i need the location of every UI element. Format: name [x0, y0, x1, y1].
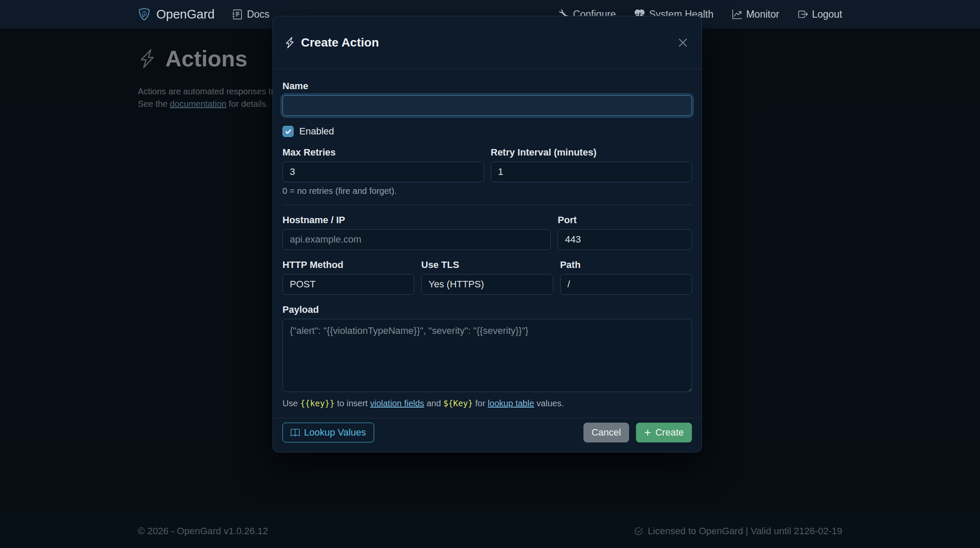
max-retries-label: Max Retries: [282, 147, 484, 158]
host-row: Hostname / IP Port: [282, 215, 692, 250]
modal-body: Name Enabled Max Retries Retry In: [273, 69, 701, 418]
graph-up-icon: [732, 9, 742, 19]
nav-monitor-label: Monitor: [746, 9, 779, 20]
lightning-icon: [284, 37, 295, 48]
path-label: Path: [560, 259, 692, 271]
hostname-field-group: Hostname / IP: [282, 215, 551, 250]
help-text: to insert: [335, 399, 370, 408]
book-icon: [291, 428, 300, 437]
enabled-label[interactable]: Enabled: [299, 126, 334, 137]
logout-icon: [798, 9, 808, 19]
hostname-label: Hostname / IP: [282, 215, 551, 226]
retry-interval-label: Retry Interval (minutes): [491, 147, 692, 158]
section-divider: [282, 205, 692, 205]
name-input[interactable]: [282, 95, 692, 116]
use-tls-field-group: Use TLS Yes (HTTPS): [421, 259, 553, 295]
checkmark-icon: [285, 128, 292, 135]
method-row: HTTP Method POST Use TLS Yes (HTTPS) Pat…: [282, 259, 692, 295]
retries-row: Max Retries Retry Interval (minutes) 0 =…: [282, 147, 692, 195]
nav-logout-label: Logout: [812, 9, 842, 20]
payload-textarea[interactable]: [282, 319, 692, 392]
nav-item-docs[interactable]: Docs: [233, 9, 269, 20]
close-button[interactable]: [676, 35, 690, 50]
payload-help: Use {{key}} to insert violation fields a…: [282, 398, 692, 408]
max-retries-input[interactable]: [282, 162, 484, 182]
create-button[interactable]: + Create: [636, 423, 692, 442]
violation-fields-link[interactable]: violation fields: [370, 399, 424, 408]
modal-title-text: Create Action: [301, 36, 379, 50]
max-retries-field-group: Max Retries: [282, 147, 484, 182]
name-field-group: Name: [282, 81, 692, 116]
lookup-values-button[interactable]: Lookup Values: [282, 423, 374, 442]
help-text: and: [424, 399, 443, 408]
create-label: Create: [655, 427, 684, 438]
journal-icon: [233, 9, 242, 19]
cancel-button[interactable]: Cancel: [583, 423, 629, 442]
retry-interval-input[interactable]: [491, 162, 692, 182]
brand-label: OpenGard: [156, 7, 214, 22]
path-input[interactable]: [560, 274, 692, 295]
path-field-group: Path: [560, 259, 692, 295]
name-label: Name: [282, 81, 692, 92]
cancel-label: Cancel: [592, 427, 621, 438]
help-text: for: [473, 399, 487, 408]
http-method-field-group: HTTP Method POST: [282, 259, 414, 295]
nav-item-monitor[interactable]: Monitor: [732, 9, 779, 20]
hostname-input[interactable]: [282, 229, 551, 250]
close-icon: [677, 37, 688, 48]
lookup-table-link[interactable]: lookup table: [488, 399, 534, 408]
key-code-snippet: {{key}}: [300, 399, 335, 408]
http-method-select[interactable]: POST: [282, 274, 414, 295]
create-action-modal: Create Action Name Enabled: [273, 16, 702, 452]
modal-header: Create Action: [273, 16, 701, 69]
lookup-code-snippet: ${Key}: [443, 399, 473, 408]
brand[interactable]: OpenGard: [138, 7, 214, 22]
port-field-group: Port: [558, 215, 692, 250]
nav-item-logout[interactable]: Logout: [798, 9, 842, 20]
port-input[interactable]: [558, 229, 692, 250]
modal-title: Create Action: [284, 36, 379, 50]
retry-interval-field-group: Retry Interval (minutes): [491, 147, 692, 182]
enabled-field-group: Enabled: [282, 125, 692, 137]
shield-logo-icon: [138, 8, 151, 21]
max-retries-help: 0 = no retries (fire and forget).: [282, 187, 692, 195]
http-method-label: HTTP Method: [282, 259, 414, 271]
lookup-values-label: Lookup Values: [304, 427, 366, 438]
modal-footer: Lookup Values Cancel + Create: [273, 418, 701, 452]
nav-docs-label: Docs: [247, 9, 269, 20]
payload-label: Payload: [282, 304, 692, 315]
enabled-checkbox[interactable]: [282, 126, 294, 137]
port-label: Port: [558, 215, 692, 226]
use-tls-label: Use TLS: [421, 259, 553, 271]
use-tls-select[interactable]: Yes (HTTPS): [421, 274, 553, 295]
plus-icon: +: [644, 427, 651, 439]
help-text: values.: [534, 399, 564, 408]
payload-field-group: Payload Use {{key}} to insert violation …: [282, 304, 692, 408]
help-text: Use: [282, 399, 300, 408]
